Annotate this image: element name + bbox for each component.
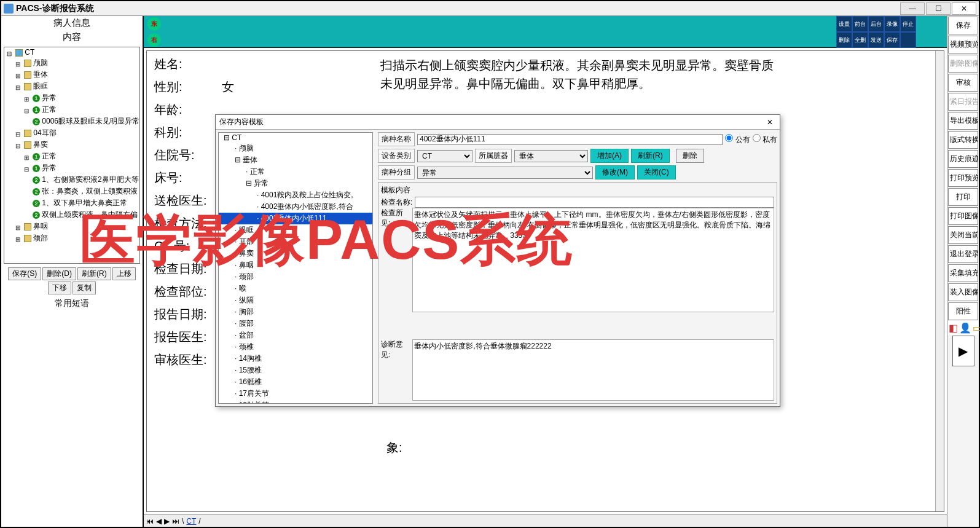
arrow-right-icon[interactable]: ▶ xyxy=(952,336,974,366)
dialog-tree-item[interactable]: · 盆部 xyxy=(219,329,372,341)
palette-icon[interactable]: ◧ xyxy=(949,322,958,334)
nav-last-icon[interactable]: ⏭ xyxy=(172,517,179,526)
right-btn[interactable]: 视频预览 xyxy=(948,36,978,53)
toolbar-button[interactable]: 停止 xyxy=(900,16,916,32)
dialog-tree-item[interactable]: · 17肩关节 xyxy=(219,388,372,400)
right-btn[interactable]: 采集填充 xyxy=(948,264,978,282)
card-icon[interactable]: ▭ xyxy=(973,322,980,334)
maximize-button[interactable]: ☐ xyxy=(926,2,951,15)
expand-icon[interactable] xyxy=(15,141,24,149)
tree-item[interactable]: 眼眶 xyxy=(4,81,139,92)
dialog-tree-item[interactable]: · 4002垂体内小低密度影,符合 xyxy=(219,201,372,213)
dialog-tree-item[interactable]: · 4002垂体内小低111 xyxy=(219,213,372,224)
expand-icon[interactable] xyxy=(7,49,15,57)
left-btn[interactable]: 复制 xyxy=(73,282,96,294)
template-tree[interactable]: CT 颅脑 垂体 眼眶1 异常1 正常2 0006眼球及眼眶未见明显异常 04耳… xyxy=(4,47,140,264)
expand-icon[interactable] xyxy=(15,71,24,79)
dialog-tree-item[interactable]: · 正常 xyxy=(219,166,372,178)
nav-first-icon[interactable]: ⏮ xyxy=(146,517,154,526)
expand-icon[interactable] xyxy=(24,95,33,102)
expand-icon[interactable] xyxy=(24,165,33,172)
tree-item[interactable]: 2 张：鼻窦炎，双侧上颌窦积液 xyxy=(4,186,139,197)
left-btn[interactable]: 删除(D) xyxy=(42,267,76,280)
left-btn[interactable]: 上移 xyxy=(112,267,136,280)
device-type-select[interactable]: CT xyxy=(417,150,472,162)
right-btn[interactable]: 装入图像 xyxy=(948,283,978,301)
tree-item[interactable]: 垂体 xyxy=(4,69,139,81)
dialog-tree-item[interactable]: · 腹部 xyxy=(219,318,372,329)
dialog-tree-item[interactable]: · 胸部 xyxy=(219,306,372,318)
toolbar-button[interactable]: 保存 xyxy=(884,32,900,48)
dialog-tree-item[interactable]: · 14胸椎 xyxy=(219,353,372,364)
tree-item[interactable]: 1 异常 xyxy=(4,162,139,174)
nav-prev-icon[interactable]: ◀ xyxy=(156,517,162,526)
dialog-tree-item[interactable]: · 颈部 xyxy=(219,271,372,283)
tree-item[interactable]: 2 1、右侧筛窦积液2鼻甲肥大等 xyxy=(4,174,139,186)
right-btn[interactable]: 打印 xyxy=(948,188,978,206)
nav-next-icon[interactable]: ▶ xyxy=(164,517,170,526)
dialog-tree-item[interactable]: · 眼眶 xyxy=(219,224,372,236)
private-radio[interactable]: 私有 xyxy=(753,134,777,145)
toolbar-button[interactable]: 删除 xyxy=(836,32,852,48)
left-btn[interactable]: 下移 xyxy=(48,282,71,294)
minimize-button[interactable]: — xyxy=(900,2,925,15)
public-radio[interactable]: 公有 xyxy=(725,134,750,145)
expand-icon[interactable] xyxy=(15,130,24,137)
person-icon[interactable]: 👤 xyxy=(959,322,971,334)
disease-group-select[interactable]: 异常 xyxy=(417,167,593,179)
tree-item[interactable]: 2 0006眼球及眼眶未见明显异常 xyxy=(4,116,139,127)
toolbar-button[interactable] xyxy=(900,32,916,48)
toolbar-button[interactable]: 全删 xyxy=(852,32,868,48)
exam-name-input[interactable] xyxy=(415,197,774,208)
toolbar-circle-1[interactable]: 东 xyxy=(147,17,161,31)
tree-item[interactable]: 04耳部 xyxy=(4,127,139,139)
tree-item[interactable]: 1 正常 xyxy=(4,104,139,116)
right-btn[interactable]: 版式转换 xyxy=(948,131,978,149)
modify-button[interactable]: 修改(M) xyxy=(595,165,635,179)
tree-item[interactable]: 鼻窦 xyxy=(4,139,139,151)
tree-item[interactable]: 2 双侧上颌窦积液，鼻中隔左偏 xyxy=(4,209,139,221)
dialog-tree-item[interactable]: · 16骶椎 xyxy=(219,376,372,388)
tree-item[interactable]: 颈部 xyxy=(4,232,139,244)
disease-name-input[interactable] xyxy=(417,134,723,145)
dialog-tree-item[interactable]: ⊟ CT xyxy=(219,133,372,143)
right-btn[interactable]: 打印预览 xyxy=(948,169,978,187)
expand-icon[interactable] xyxy=(24,153,33,160)
expand-icon[interactable] xyxy=(15,83,24,90)
tree-item[interactable]: 鼻咽 xyxy=(4,221,139,232)
dialog-tree-item[interactable]: · 18肘关节 xyxy=(219,400,372,404)
dialog-close-icon[interactable]: ✕ xyxy=(764,118,776,127)
right-btn[interactable]: 保存 xyxy=(948,17,978,34)
toolbar-button[interactable]: 发送 xyxy=(868,32,884,48)
diagnosis-textarea[interactable] xyxy=(412,339,774,401)
add-button[interactable]: 增加(A) xyxy=(590,149,629,163)
status-tab[interactable]: CT xyxy=(186,517,196,526)
close-button[interactable]: ✕ xyxy=(952,2,976,15)
tree-item[interactable]: 颅脑 xyxy=(4,57,139,69)
report-scrollbar[interactable] xyxy=(935,51,944,511)
tree-item[interactable]: CT xyxy=(4,47,139,57)
right-btn[interactable]: 审核 xyxy=(948,74,978,92)
dialog-tree-item[interactable]: · 4001鞍内及鞍上占位性病变, xyxy=(219,189,372,201)
toolbar-button[interactable]: 前台 xyxy=(852,16,868,32)
left-btn[interactable]: 保存(S) xyxy=(8,267,41,280)
right-btn[interactable]: 历史痕迹 xyxy=(948,150,978,168)
impression-text[interactable]: 扫描示右侧上颌窦窦腔内少量积液。其余副鼻窦未见明显异常。窦壁骨质未见明显异常。鼻… xyxy=(380,56,774,93)
dialog-tree[interactable]: ⊟ CT· 颅脑⊟ 垂体· 正常⊟ 异常· 4001鞍内及鞍上占位性病变,· 4… xyxy=(218,132,373,404)
refresh-button[interactable]: 刷新(R) xyxy=(631,149,670,163)
toolbar-button[interactable]: 录像 xyxy=(884,16,900,32)
right-btn[interactable]: 打印图像 xyxy=(948,207,978,225)
expand-icon[interactable] xyxy=(15,223,24,231)
dialog-tree-item[interactable]: · 纵隔 xyxy=(219,294,372,306)
dialog-tree-item[interactable]: · 15腰椎 xyxy=(219,364,372,376)
dialog-tree-item[interactable]: ⊟ 垂体 xyxy=(219,154,372,166)
findings-textarea[interactable] xyxy=(412,208,774,312)
right-btn[interactable]: 导出模板 xyxy=(948,112,978,130)
dialog-tree-item[interactable]: · 鼻咽 xyxy=(219,259,372,271)
dialog-tree-item[interactable]: · 耳部 xyxy=(219,236,372,248)
expand-icon[interactable] xyxy=(15,60,24,67)
dialog-tree-item[interactable]: · 喉 xyxy=(219,283,372,294)
right-btn[interactable]: 关闭当前 xyxy=(948,226,978,244)
dialog-tree-item[interactable]: ⊟ 异常 xyxy=(219,178,372,189)
right-btn[interactable]: 阳性 xyxy=(948,302,978,320)
